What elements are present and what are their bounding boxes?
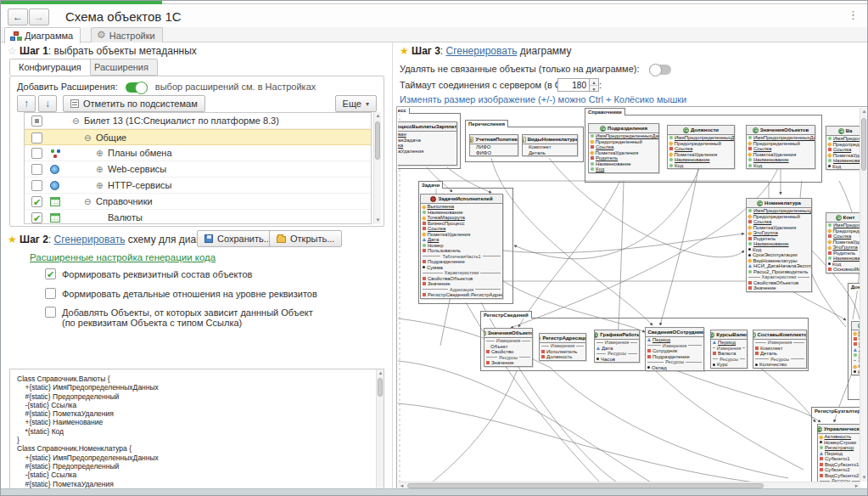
menu-kebab-icon[interactable]: ⋮: [848, 8, 859, 21]
subtab-configuration[interactable]: Конфигурация: [9, 59, 91, 76]
more-label: Еще: [343, 99, 361, 109]
tab-bar: Диаграмма ⚙ Настройки: [1, 27, 867, 42]
diagram-class[interactable]: CКонтИмяПредопредПредопределеСсылкаПомет…: [826, 212, 861, 273]
tree-checkbox[interactable]: [31, 116, 42, 127]
gen-checkbox[interactable]: [45, 288, 56, 299]
tree-row[interactable]: ⊖Билет 13 (1С:Специалист по платформе 8.…: [25, 113, 371, 129]
add-extensions-label: Добавить Расширения:: [17, 82, 118, 92]
tree-item-label: Справочники: [96, 194, 153, 210]
diagram-class[interactable]: CПодразделенияИмяПредопределенныхДанныхП…: [588, 123, 659, 173]
diagram-class-header: EКурсыВалют: [711, 330, 747, 340]
diagram-class[interactable]: CЗначенияОбъектовИмяПредопределенныхДанн…: [746, 125, 815, 169]
gen-checkbox[interactable]: ✔: [45, 268, 56, 279]
advanced-settings-link[interactable]: Расширенные настройка генерации кода: [30, 252, 216, 262]
tree-checkbox[interactable]: [31, 164, 42, 175]
panel-splitter[interactable]: [392, 42, 395, 490]
spin-up-icon[interactable]: ▲: [590, 79, 598, 86]
tree-row[interactable]: ⊖Общие: [25, 129, 371, 145]
diagram-class[interactable]: SУчетнаяПолитикаЛИФОФИФО: [469, 134, 518, 156]
scroll-down-icon[interactable]: ▼: [374, 217, 382, 224]
diagram-class-title: Номенклатура: [764, 200, 801, 206]
move-down-button[interactable]: ↓: [38, 95, 57, 112]
remove-unlinked-toggle[interactable]: [649, 65, 671, 75]
diagram-class[interactable]: EГрафикиРаботыИзмеренияДатаРесурсыЧасов: [594, 330, 640, 363]
attribute-visibility-icon: [748, 225, 752, 229]
diagram-class-header: EГрафикиРаботы: [595, 330, 639, 340]
diagram-class[interactable]: SВидыНоменклатурыКомплектДеталь: [522, 134, 578, 156]
attribute-visibility-icon: [853, 364, 857, 369]
open-button[interactable]: Открыть...: [269, 230, 342, 247]
more-button[interactable]: Еще ▾: [335, 95, 377, 112]
tab-diagram[interactable]: Диаграмма: [4, 27, 81, 43]
scroll-down-icon[interactable]: ▼: [860, 474, 868, 482]
scroll-up-icon[interactable]: ▲: [377, 369, 384, 377]
generate-schema-link[interactable]: Сгенерировать: [54, 234, 126, 245]
tree-row[interactable]: ⊕Планы обмена: [25, 145, 371, 161]
tree-row[interactable]: ⊕Web-сервисы: [25, 161, 371, 178]
code-scrollbar[interactable]: ▲ ▼: [376, 369, 384, 496]
tree-scroll-thumb[interactable]: [375, 121, 380, 160]
diagram-class[interactable]: EЗначенияОбъектовИзмеренияОбъектСвойство…: [484, 328, 533, 367]
tree-checkbox[interactable]: ✔: [31, 196, 42, 207]
diagram-class[interactable]: EРегистрАдресацииИзмеренияИсполнительДол…: [539, 333, 586, 361]
diagram-class[interactable]: CВаИмяПредопредПредопределеСсылкаПометка…: [826, 126, 861, 170]
attribute-visibility-icon: [423, 249, 426, 252]
diagram-class[interactable]: CНоменклатураИмяПредопределенныхДаннПред…: [746, 198, 812, 292]
tree-checkbox[interactable]: [31, 132, 42, 144]
timeout-spinner[interactable]: ▲ ▼: [590, 78, 599, 92]
attribute-visibility-icon: [748, 264, 752, 268]
step3-title-rest: диаграмму: [517, 45, 571, 57]
tree-checkbox[interactable]: [31, 180, 42, 191]
tree-expander[interactable]: ⊖: [84, 194, 94, 210]
mark-by-subsystems-button[interactable]: Отметить по подсистемам: [63, 95, 205, 112]
scroll-up-icon[interactable]: ▲: [374, 112, 382, 120]
move-up-button[interactable]: ↑: [17, 95, 36, 112]
tree-row[interactable]: ✔⊖Справочники: [25, 194, 371, 210]
diagram-class[interactable]: EСоставыКомплектовИзмеренияКомплектДетал…: [753, 330, 807, 369]
attribute-visibility-icon: [423, 244, 426, 247]
tree-row[interactable]: ✔Валюты: [25, 210, 371, 224]
tree-expander[interactable]: ⊖: [84, 130, 94, 146]
tree-scrollbar[interactable]: ▲ ▼: [373, 112, 381, 224]
tree-row[interactable]: ⊕HTTP-сервисы: [25, 178, 371, 194]
attribute-visibility-icon: [827, 240, 832, 244]
diagram-class[interactable]: EКурсыВалютПериодИзмеренияВалютаРесурсыК…: [710, 330, 748, 369]
back-button[interactable]: ←: [8, 8, 28, 25]
diagram-class-title: РегистрАдресации: [542, 335, 585, 341]
open-label: Открыть...: [290, 234, 334, 244]
attribute-visibility-icon: [423, 260, 426, 263]
diagram-class[interactable]: сПроцессВыплатыЗарплатыванаяЗадачакааУда…: [398, 121, 457, 166]
tree-expander[interactable]: ⊕: [96, 161, 106, 178]
step1-title: ☆ Шаг 1: выбрать объекты метаданных: [8, 45, 197, 57]
tree-item-label: Общие: [96, 130, 126, 146]
tree-expander[interactable]: ⊖: [72, 113, 82, 129]
tree-checkbox[interactable]: [31, 148, 42, 159]
scroll-up-icon[interactable]: ▲: [860, 108, 868, 116]
diagram-canvas[interactable]: цессПеречисленияСправочникиЗадачиРегистр…: [398, 108, 861, 482]
tree-checkbox[interactable]: ✔: [31, 212, 42, 223]
subtab-extensions[interactable]: Расширения: [85, 59, 158, 76]
add-extensions-row: Добавить Расширения: выбор расширений см…: [17, 82, 316, 93]
diagram-class[interactable]: ЗадачиИсполнителейВыполненаНаименованиеТ…: [420, 194, 503, 299]
spin-down-icon[interactable]: ▼: [590, 86, 598, 93]
diagram-class[interactable]: EСведенияОСотрудникахПериодИзмеренияСотр…: [645, 327, 704, 371]
timeout-input[interactable]: [557, 78, 590, 92]
diagram-class[interactable]: EУправленческийАктивностьНомерСтрокиРеги…: [817, 424, 861, 482]
diagram-class[interactable]: CДолжностиИмяПредопределенныхДанныхПредо…: [667, 125, 735, 169]
gen-checkbox[interactable]: [45, 307, 56, 318]
generate-diagram-link[interactable]: Сгенерировать: [446, 45, 518, 57]
attribute-visibility-icon: [647, 338, 651, 341]
class-kind-icon: [430, 196, 436, 202]
code-scroll-thumb[interactable]: [378, 378, 383, 397]
save-button[interactable]: Сохранить...: [197, 230, 279, 247]
diagram-vscroll-thumb[interactable]: [861, 118, 866, 171]
tab-settings[interactable]: ⚙ Настройки: [91, 27, 163, 42]
add-extensions-toggle[interactable]: [126, 82, 148, 93]
tab-label: Диаграмма: [25, 31, 73, 41]
tree-expander[interactable]: ⊕: [96, 178, 106, 194]
forward-button[interactable]: →: [29, 8, 49, 25]
tree-expander[interactable]: ⊕: [96, 145, 106, 161]
attribute-name: Деталь: [529, 150, 546, 156]
diagram-vscrollbar[interactable]: ▲ ▼: [860, 108, 867, 482]
code-preview-box[interactable]: Class Справочник.Валюты { +{static} ИмяП…: [9, 369, 384, 496]
